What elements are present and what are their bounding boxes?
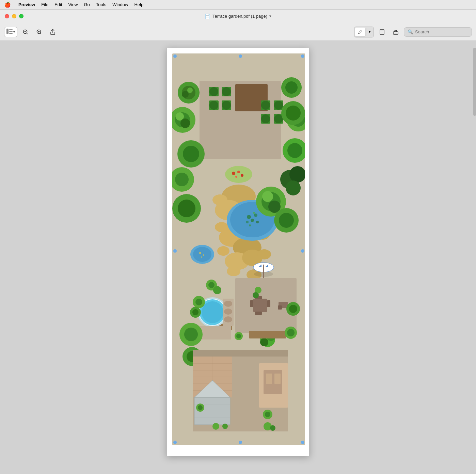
svg-point-32 — [261, 114, 270, 123]
search-icon: 🔍 — [408, 29, 413, 34]
svg-point-19 — [209, 87, 218, 96]
svg-point-82 — [246, 221, 249, 223]
svg-rect-3 — [9, 33, 13, 34]
maximize-button[interactable] — [19, 14, 23, 18]
svg-point-74 — [227, 267, 240, 276]
svg-point-44 — [175, 173, 189, 186]
svg-point-150 — [173, 249, 177, 253]
svg-point-171 — [208, 282, 215, 288]
svg-point-147 — [173, 54, 177, 58]
svg-point-149 — [301, 54, 304, 58]
svg-point-152 — [173, 441, 177, 444]
svg-point-167 — [287, 329, 295, 336]
sidebar-toggle-icon — [6, 29, 13, 35]
sidebar-toggle-button[interactable]: ▾ — [4, 27, 17, 37]
menu-go[interactable]: Go — [84, 2, 90, 7]
svg-point-154 — [301, 441, 304, 444]
svg-point-120 — [184, 328, 198, 341]
svg-point-70 — [215, 222, 228, 232]
svg-point-84 — [249, 224, 251, 226]
svg-point-24 — [222, 101, 231, 110]
svg-rect-146 — [274, 374, 281, 384]
menu-tools[interactable]: Tools — [96, 2, 106, 7]
svg-point-172 — [213, 286, 221, 294]
apple-menu[interactable]: 🍎 — [4, 1, 11, 8]
menu-file[interactable]: File — [41, 2, 48, 7]
pen-tool-button[interactable] — [355, 28, 365, 36]
svg-rect-2 — [9, 31, 13, 32]
svg-point-55 — [286, 180, 301, 195]
menu-bar: 🍎 Preview File Edit View Go Tools Window… — [0, 0, 476, 10]
sidebar-dropdown-icon: ▾ — [13, 30, 15, 34]
zoom-out-button[interactable] — [20, 27, 31, 37]
zoom-in-button[interactable] — [34, 27, 45, 37]
svg-point-95 — [279, 213, 294, 228]
svg-point-92 — [262, 191, 273, 202]
svg-point-153 — [239, 441, 242, 444]
page-button[interactable] — [377, 27, 387, 37]
svg-point-68 — [212, 194, 227, 205]
svg-point-42 — [183, 146, 199, 162]
svg-point-177 — [224, 309, 232, 315]
svg-point-23 — [209, 101, 218, 110]
svg-point-89 — [201, 256, 202, 258]
svg-point-165 — [289, 305, 297, 313]
svg-point-58 — [237, 171, 240, 173]
svg-point-81 — [256, 221, 259, 223]
window-title: 📄 Terrace garden.pdf (1 page) ▾ — [205, 14, 271, 19]
svg-point-78 — [247, 215, 251, 219]
svg-rect-104 — [255, 312, 262, 315]
svg-point-73 — [257, 249, 271, 259]
svg-point-169 — [286, 106, 301, 121]
garden-plan-svg — [172, 53, 305, 445]
svg-rect-145 — [266, 374, 272, 384]
toolbox-button[interactable] — [390, 27, 401, 37]
scrollbar[interactable] — [473, 48, 476, 116]
svg-point-83 — [253, 212, 255, 214]
search-input[interactable] — [415, 29, 468, 34]
document-title: Terrace garden.pdf (1 page) — [212, 14, 267, 19]
svg-point-79 — [254, 214, 257, 217]
annotation-controls: ▾ — [354, 27, 374, 37]
svg-point-28 — [261, 101, 270, 110]
search-bar: 🔍 — [404, 27, 472, 37]
svg-rect-1 — [9, 29, 13, 30]
svg-point-157 — [212, 423, 219, 430]
svg-point-36 — [182, 91, 189, 98]
pdf-document — [166, 48, 310, 456]
svg-point-151 — [301, 249, 304, 253]
toolbar: ▾ ▾ — [0, 23, 476, 41]
svg-point-124 — [236, 334, 241, 338]
svg-point-54 — [289, 166, 305, 183]
menu-edit[interactable]: Edit — [54, 2, 62, 7]
svg-rect-128 — [249, 331, 286, 338]
close-button[interactable] — [5, 14, 9, 18]
svg-point-40 — [180, 118, 190, 128]
svg-point-118 — [192, 309, 199, 315]
svg-rect-106 — [278, 305, 282, 310]
svg-point-56 — [225, 166, 252, 183]
document-icon: 📄 — [205, 14, 210, 19]
menu-help[interactable]: Help — [134, 2, 143, 7]
title-bar: 📄 Terrace garden.pdf (1 page) ▾ — [0, 10, 476, 23]
minimize-button[interactable] — [12, 14, 16, 18]
svg-rect-0 — [6, 29, 9, 34]
svg-point-20 — [222, 87, 231, 96]
svg-point-27 — [274, 101, 283, 110]
menu-window[interactable]: Window — [112, 2, 128, 7]
svg-point-48 — [285, 81, 298, 94]
svg-point-80 — [251, 219, 254, 222]
annotation-dropdown-button[interactable]: ▾ — [366, 28, 373, 36]
svg-point-156 — [265, 412, 270, 417]
title-chevron-icon[interactable]: ▾ — [269, 14, 271, 18]
svg-point-72 — [217, 246, 229, 256]
menu-view[interactable]: View — [68, 2, 78, 7]
svg-rect-11 — [380, 30, 384, 34]
svg-rect-102 — [267, 300, 270, 307]
svg-point-174 — [253, 292, 259, 298]
svg-point-35 — [187, 88, 193, 93]
share-button[interactable] — [47, 27, 58, 37]
svg-point-158 — [222, 424, 228, 429]
app-name[interactable]: Preview — [18, 2, 35, 7]
svg-point-163 — [198, 405, 203, 410]
